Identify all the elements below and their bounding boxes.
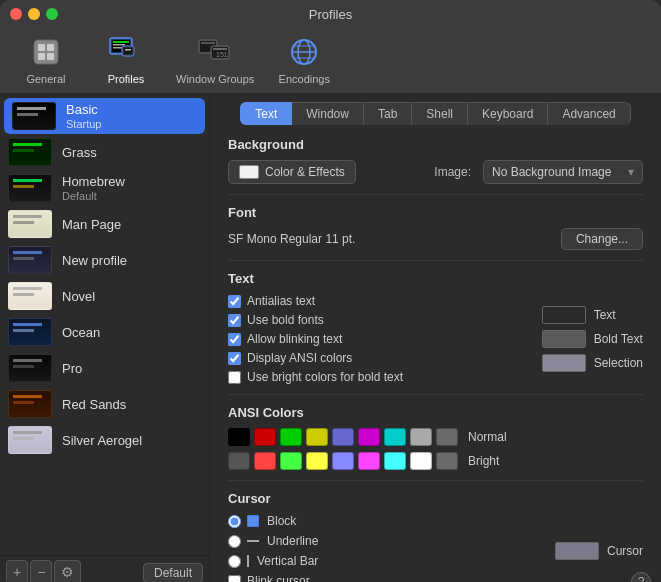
tab-text[interactable]: Text [240, 102, 292, 125]
bold-text-swatch[interactable] [542, 330, 586, 348]
bold-fonts-row[interactable]: Use bold fonts [228, 313, 522, 327]
profile-item-basic[interactable]: Basic Startup [4, 98, 205, 134]
ansi-normal-5[interactable] [358, 428, 380, 446]
svg-rect-7 [113, 41, 129, 43]
remove-profile-button[interactable]: − [30, 560, 52, 582]
blinking-text-row[interactable]: Allow blinking text [228, 332, 522, 346]
ansi-colors-checkbox[interactable] [228, 352, 241, 365]
change-font-button[interactable]: Change... [561, 228, 643, 250]
ansi-bright-0[interactable] [228, 452, 250, 470]
ansi-bright-6[interactable] [384, 452, 406, 470]
toolbar-item-profiles[interactable]: Profiles [96, 34, 156, 85]
bright-bold-checkbox[interactable] [228, 371, 241, 384]
color-effects-button[interactable]: Color & Effects [228, 160, 356, 184]
profile-item-ocean[interactable]: Ocean [0, 314, 209, 350]
ansi-bright-1[interactable] [254, 452, 276, 470]
encodings-label: Encodings [279, 73, 330, 85]
ansi-bright-7[interactable] [410, 452, 432, 470]
general-icon [28, 34, 64, 70]
main-layout: Basic Startup Grass Home [0, 94, 661, 582]
profile-thumb-red-sands [8, 390, 52, 418]
toolbar-item-encodings[interactable]: Encodings [274, 34, 334, 85]
tab-bar: Text Window Tab Shell Keyboard Advanced [210, 94, 661, 125]
profile-item-novel[interactable]: Novel [0, 278, 209, 314]
blink-cursor-row[interactable]: Blink cursor [228, 574, 535, 582]
profile-thumb-homebrew [8, 174, 52, 202]
ansi-normal-7[interactable] [410, 428, 432, 446]
maximize-button[interactable] [46, 8, 58, 20]
close-button[interactable] [10, 8, 22, 20]
selection-swatch-row: Selection [542, 354, 643, 372]
ansi-normal-3[interactable] [306, 428, 328, 446]
profile-actions-button[interactable]: ⚙ [54, 560, 81, 582]
image-select[interactable]: No Background Image ▾ [483, 160, 643, 184]
image-select-value: No Background Image [492, 165, 611, 179]
profile-info-grass: Grass [62, 145, 97, 160]
color-swatch [239, 165, 259, 179]
profile-name-grass: Grass [62, 145, 97, 160]
profile-item-red-sands[interactable]: Red Sands [0, 386, 209, 422]
ansi-bright-neutral[interactable] [436, 452, 458, 470]
blink-cursor-label: Blink cursor [247, 574, 310, 582]
selection-swatch[interactable] [542, 354, 586, 372]
profile-item-pro[interactable]: Pro [0, 350, 209, 386]
ansi-colors-row[interactable]: Display ANSI colors [228, 351, 522, 365]
profile-item-silver-aerogel[interactable]: Silver Aerogel [0, 422, 209, 458]
ansi-normal-4[interactable] [332, 428, 354, 446]
tab-tab[interactable]: Tab [364, 102, 412, 125]
bright-bold-row[interactable]: Use bright colors for bold text [228, 370, 522, 384]
tab-advanced[interactable]: Advanced [548, 102, 630, 125]
bold-text-swatch-label: Bold Text [594, 332, 643, 346]
ansi-normal-0[interactable] [228, 428, 250, 446]
cursor-vertical-bar-row[interactable]: Vertical Bar [228, 554, 535, 568]
profile-item-new-profile[interactable]: New profile [0, 242, 209, 278]
ansi-normal-1[interactable] [254, 428, 276, 446]
text-swatch[interactable] [542, 306, 586, 324]
profile-info-man-page: Man Page [62, 217, 121, 232]
profile-thumb-ocean [8, 318, 52, 346]
cursor-underline-row[interactable]: Underline [228, 534, 535, 548]
cursor-color-swatch[interactable] [555, 542, 599, 560]
ansi-bright-row: Bright [228, 452, 643, 470]
ansi-bright-label: Bright [468, 454, 499, 468]
ansi-bright-4[interactable] [332, 452, 354, 470]
blink-cursor-checkbox[interactable] [228, 575, 241, 583]
svg-rect-1 [38, 44, 45, 51]
ansi-normal-neutral[interactable] [436, 428, 458, 446]
toolbar: General Profiles [0, 28, 661, 94]
text-swatch-label: Text [594, 308, 616, 322]
cursor-underline-radio[interactable] [228, 535, 241, 548]
profile-info-homebrew: Homebrew Default [62, 174, 125, 202]
traffic-lights [10, 8, 58, 20]
bold-fonts-checkbox[interactable] [228, 314, 241, 327]
profile-item-man-page[interactable]: Man Page [0, 206, 209, 242]
profile-name-new-profile: New profile [62, 253, 127, 268]
tab-keyboard[interactable]: Keyboard [468, 102, 548, 125]
svg-rect-2 [47, 44, 54, 51]
tab-window[interactable]: Window [292, 102, 364, 125]
default-button[interactable]: Default [143, 563, 203, 582]
cursor-block-radio[interactable] [228, 515, 241, 528]
add-profile-button[interactable]: + [6, 560, 28, 582]
profile-sub-basic: Startup [66, 118, 101, 130]
text-panel: Background Color & Effects Image: No Bac… [210, 125, 661, 582]
ansi-normal-6[interactable] [384, 428, 406, 446]
ansi-bright-5[interactable] [358, 452, 380, 470]
profile-item-grass[interactable]: Grass [0, 134, 209, 170]
ansi-bright-2[interactable] [280, 452, 302, 470]
ansi-normal-2[interactable] [280, 428, 302, 446]
tab-shell[interactable]: Shell [412, 102, 468, 125]
profiles-icon [108, 34, 144, 70]
toolbar-item-general[interactable]: General [16, 34, 76, 85]
profile-name-ocean: Ocean [62, 325, 100, 340]
minimize-button[interactable] [28, 8, 40, 20]
background-section-label: Background [228, 137, 643, 152]
antialias-checkbox[interactable] [228, 295, 241, 308]
ansi-bright-3[interactable] [306, 452, 328, 470]
blinking-text-checkbox[interactable] [228, 333, 241, 346]
profile-item-homebrew[interactable]: Homebrew Default [0, 170, 209, 206]
antialias-row[interactable]: Antialias text [228, 294, 522, 308]
cursor-block-row[interactable]: Block [228, 514, 535, 528]
cursor-vertical-bar-radio[interactable] [228, 555, 241, 568]
toolbar-item-window-groups[interactable]: 151 Window Groups [176, 34, 254, 85]
